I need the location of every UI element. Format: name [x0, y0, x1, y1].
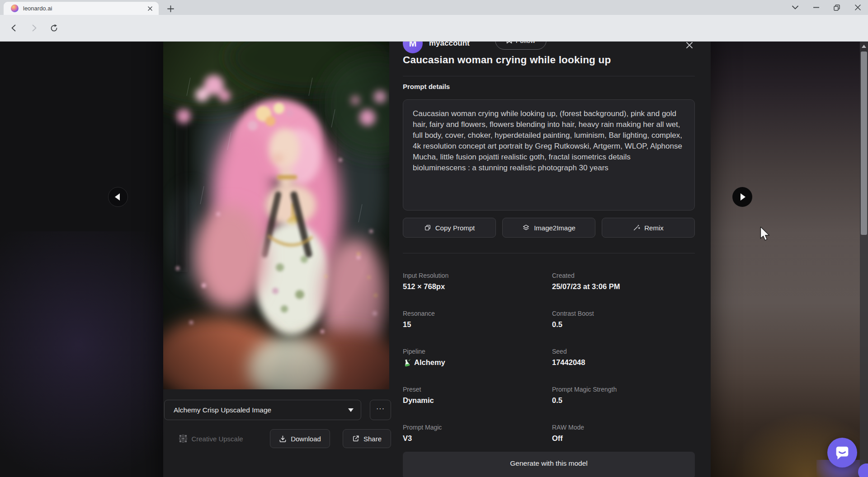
reload-button[interactable] — [46, 20, 61, 36]
browser-tab[interactable]: leonardo.ai — [4, 2, 159, 15]
layers-icon — [522, 224, 530, 231]
prompt-actions: Copy Prompt Image2Image Remix — [403, 218, 695, 238]
minimize-button[interactable] — [806, 0, 826, 15]
variant-label: Alchemy Crisp Upscaled Image — [174, 406, 348, 414]
close-window-button[interactable] — [847, 0, 868, 15]
detail-seed: Seed 17442048 — [552, 348, 697, 367]
tab-close-icon[interactable] — [146, 5, 154, 13]
mouse-cursor — [760, 227, 770, 241]
upscale-grid-icon — [179, 435, 187, 443]
detail-value: Dynamic — [403, 396, 547, 405]
browser-toolbar — [0, 15, 868, 42]
share-button[interactable]: Share — [343, 429, 391, 448]
detail-label: Prompt Magic Strength — [552, 386, 697, 393]
detail-value: Off — [552, 434, 697, 443]
bookmark-star-icon — [506, 42, 512, 44]
remix-button[interactable]: Remix — [602, 218, 695, 238]
chevron-left-icon — [115, 193, 120, 201]
page-title: Caucasian woman crying while looking up — [403, 54, 695, 66]
generated-image — [163, 42, 389, 389]
flask-icon — [403, 359, 411, 367]
more-options-button[interactable]: ··· — [370, 400, 391, 420]
download-icon — [279, 435, 287, 443]
chevron-down-icon — [348, 408, 354, 412]
share-icon — [352, 435, 359, 442]
leonardo-favicon — [11, 5, 19, 12]
detail-value: 17442048 — [552, 358, 697, 367]
detail-value: V3 — [403, 434, 547, 443]
detail-value: 512 × 768px — [403, 282, 547, 291]
prev-image-button[interactable] — [108, 187, 128, 207]
forward-button[interactable] — [26, 20, 42, 36]
detail-value: 0.5 — [552, 320, 697, 329]
modal-close-icon[interactable] — [683, 42, 696, 51]
chevron-right-icon — [741, 193, 745, 201]
prompt-text: Caucasian woman crying while looking up,… — [413, 108, 685, 173]
detail-value: 0.5 — [552, 396, 697, 405]
detail-label: Seed — [552, 348, 697, 355]
next-image-button[interactable] — [732, 187, 752, 207]
divider — [403, 253, 695, 253]
detail-contrast-boost: Contrast Boost 0.5 — [552, 310, 697, 329]
username[interactable]: myaccount — [429, 42, 470, 48]
detail-label: Contrast Boost — [552, 310, 697, 317]
wand-icon — [633, 224, 640, 231]
tab-search-chevron-icon[interactable] — [785, 0, 806, 15]
detail-prompt-magic-strength: Prompt Magic Strength 0.5 — [552, 386, 697, 405]
image-detail-modal: Alchemy Crisp Upscaled Image ··· Creativ… — [163, 42, 711, 477]
restore-button[interactable] — [826, 0, 847, 15]
creative-upscale-label: Creative Upscale — [191, 435, 243, 443]
user-avatar[interactable]: M — [403, 42, 423, 53]
new-tab-button[interactable] — [165, 3, 176, 14]
screen: leonardo.ai — [0, 0, 868, 477]
detail-value: Alchemy — [414, 358, 445, 367]
copy-prompt-button[interactable]: Copy Prompt — [403, 218, 496, 238]
generate-button[interactable]: Generate with this model — [403, 452, 695, 477]
detail-preset: Preset Dynamic — [403, 386, 547, 405]
chat-launcher[interactable] — [827, 438, 857, 468]
image2image-label: Image2Image — [534, 224, 576, 232]
detail-value: 15 — [403, 320, 547, 329]
detail-created: Created 25/07/23 at 3:06 PM — [552, 272, 697, 291]
detail-label: Pipeline — [403, 348, 547, 355]
prompt-textbox[interactable]: Caucasian woman crying while looking up,… — [403, 99, 695, 210]
detail-resonance: Resonance 15 — [403, 310, 547, 329]
detail-prompt-magic: Prompt Magic V3 — [403, 424, 547, 443]
follow-button[interactable]: Follow — [495, 42, 547, 50]
detail-label: Prompt Magic — [403, 424, 547, 431]
detail-label: RAW Mode — [552, 424, 697, 431]
share-label: Share — [363, 435, 382, 443]
back-button[interactable] — [6, 20, 22, 36]
creative-upscale-button[interactable]: Creative Upscale — [167, 429, 255, 448]
download-label: Download — [291, 435, 321, 443]
detail-label: Created — [552, 272, 697, 279]
tab-bar: leonardo.ai — [0, 0, 868, 15]
chat-icon — [834, 444, 851, 461]
copy-icon — [424, 224, 431, 231]
detail-pipeline: Pipeline Alchemy — [403, 348, 547, 367]
copy-prompt-label: Copy Prompt — [435, 224, 475, 232]
follow-label: Follow — [516, 42, 535, 44]
image2image-button[interactable]: Image2Image — [502, 218, 595, 238]
detail-label: Preset — [403, 386, 547, 393]
detail-value: 25/07/23 at 3:06 PM — [552, 282, 697, 291]
download-button[interactable]: Download — [270, 429, 330, 448]
remix-label: Remix — [644, 224, 664, 232]
detail-label: Resonance — [403, 310, 547, 317]
divider — [403, 76, 695, 76]
scrollbar[interactable] — [860, 42, 868, 477]
detail-input-resolution: Input Resolution 512 × 768px — [403, 272, 547, 291]
tab-title: leonardo.ai — [23, 5, 146, 12]
detail-label: Input Resolution — [403, 272, 547, 279]
scrollbar-up-arrow[interactable] — [862, 45, 866, 48]
prompt-details-heading: Prompt details — [403, 83, 450, 90]
variant-dropdown[interactable]: Alchemy Crisp Upscaled Image — [164, 400, 361, 420]
window-controls — [785, 0, 868, 15]
scrollbar-thumb[interactable] — [861, 51, 867, 235]
content-area: Alchemy Crisp Upscaled Image ··· Creativ… — [0, 42, 868, 477]
detail-raw-mode: RAW Mode Off — [552, 424, 697, 443]
